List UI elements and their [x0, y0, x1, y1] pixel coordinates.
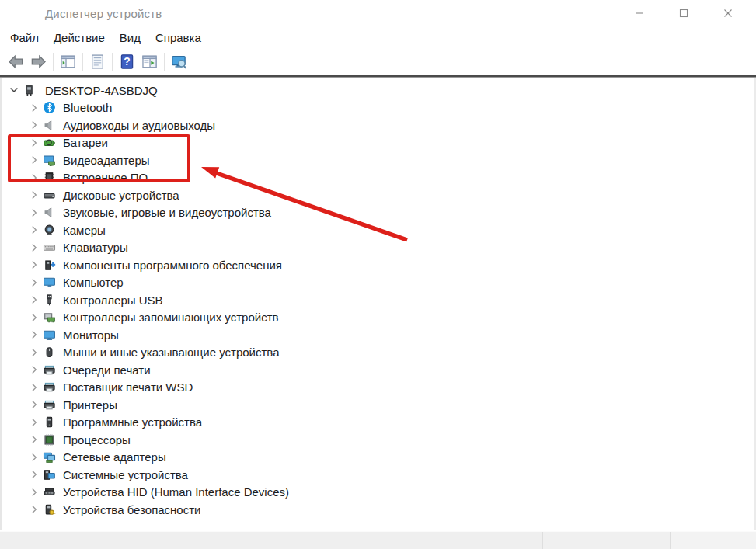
chevron-right-icon[interactable] [28, 259, 40, 271]
menu-view[interactable]: Вид [120, 31, 141, 44]
chevron-right-icon[interactable] [28, 451, 40, 464]
chevron-right-icon[interactable] [28, 154, 40, 166]
tree-item-label: Очереди печати [63, 363, 151, 377]
chevron-right-icon[interactable] [28, 207, 40, 219]
tree-item-monitors[interactable]: Мониторы [2, 326, 754, 344]
tree-item-audio-inputs-outputs[interactable]: Аудиовходы и аудиовыходы [2, 116, 754, 134]
chevron-right-icon[interactable] [28, 276, 40, 289]
action-pane-button[interactable] [139, 51, 160, 73]
tree-item-label: Компоненты программного обеспечения [63, 259, 282, 272]
monitor-icon [43, 328, 56, 342]
firmware-icon [43, 171, 56, 184]
maximize-icon [678, 7, 690, 19]
window-title: Диспетчер устройств [45, 7, 162, 20]
tree-item-display-adapters[interactable]: Видеоадаптеры [2, 151, 754, 169]
back-arrow-icon [8, 54, 24, 70]
show-console-tree-button[interactable] [57, 51, 78, 73]
tree-item-batteries[interactable]: Батареи [2, 134, 754, 152]
tree-item-label: DESKTOP-4ASBDJQ [45, 84, 158, 97]
tree-item-processors[interactable]: Процессоры [2, 431, 754, 449]
tree-item-label: Видеоадаптеры [63, 154, 150, 167]
hid-icon [43, 485, 56, 499]
tree-item-software-components[interactable]: Компоненты программного обеспечения [2, 256, 754, 274]
chevron-right-icon[interactable] [28, 172, 40, 184]
tree-item-desktop-root[interactable]: DESKTOP-4ASBDJQ [2, 82, 754, 99]
forward-button[interactable] [28, 51, 49, 73]
chevron-right-icon[interactable] [28, 311, 40, 324]
tree-item-label: Принтеры [63, 398, 117, 412]
chevron-right-icon[interactable] [28, 102, 40, 114]
chevron-right-icon[interactable] [28, 346, 40, 359]
chevron-right-icon[interactable] [28, 137, 40, 149]
tree-item-bluetooth[interactable]: Bluetooth [2, 99, 754, 117]
tree-item-system-devices[interactable]: Системные устройства [2, 466, 754, 484]
tree-item-label: Компьютер [63, 276, 124, 289]
chevron-right-icon[interactable] [28, 241, 40, 254]
chevron-right-icon[interactable] [28, 486, 40, 499]
chevron-right-icon[interactable] [28, 398, 40, 411]
tree-item-label: Сетевые адаптеры [63, 450, 166, 464]
help-button[interactable]: ? [117, 51, 138, 73]
tree-item-print-queues[interactable]: Очереди печати [2, 361, 754, 379]
maximize-button[interactable] [661, 0, 705, 26]
minimize-button[interactable] [617, 0, 661, 26]
scan-hardware-icon [171, 54, 187, 70]
chevron-right-icon[interactable] [28, 294, 40, 306]
menu-action[interactable]: Действие [54, 31, 105, 44]
back-button[interactable] [5, 51, 26, 73]
tree-item-disk-drives[interactable]: Дисковые устройства [2, 186, 754, 204]
tree-item-storage-controllers[interactable]: Контроллеры запоминающих устройств [2, 309, 754, 327]
printer-icon [43, 398, 56, 412]
tree-item-network-adapters[interactable]: Сетевые адаптеры [2, 449, 754, 467]
tree-item-computer[interactable]: Компьютер [2, 274, 754, 292]
tree-item-label: Контроллеры USB [63, 294, 163, 307]
chevron-right-icon[interactable] [28, 189, 40, 201]
tree-item-mice-pointing-devices[interactable]: Мыши и иные указывающие устройства [2, 344, 754, 362]
bluetooth-icon [43, 101, 56, 114]
tree-item-label: Аудиовходы и аудиовыходы [63, 119, 215, 132]
chevron-right-icon[interactable] [28, 224, 40, 236]
scan-hardware-changes-button[interactable] [169, 51, 190, 73]
menu-file[interactable]: Файл [10, 31, 39, 44]
chevron-right-icon[interactable] [28, 468, 40, 481]
bottom-bar-segment [542, 532, 670, 549]
properties-button[interactable] [87, 51, 108, 73]
toolbar-separator [53, 53, 54, 71]
tree-item-keyboards[interactable]: Клавиатуры [2, 239, 754, 257]
tree-item-sound-game-video[interactable]: Звуковые, игровые и видеоустройства [2, 204, 754, 222]
forward-arrow-icon [30, 54, 47, 70]
tree-item-printers[interactable]: Принтеры [2, 396, 754, 414]
toolbar: ? [0, 48, 756, 75]
chevron-right-icon[interactable] [28, 119, 40, 131]
svg-text:?: ? [124, 56, 130, 68]
chevron-right-icon[interactable] [28, 416, 40, 429]
device-tree: DESKTOP-4ASBDJQBluetoothАудиовходы и ауд… [0, 78, 756, 530]
tree-item-usb-controllers[interactable]: Контроллеры USB [2, 291, 754, 309]
tree-item-security-devices[interactable]: Устройства безопасности [2, 501, 754, 519]
action-pane-icon [141, 54, 158, 70]
tree-item-label: Процессоры [63, 433, 131, 446]
menu-help[interactable]: Справка [155, 31, 201, 44]
display-adapter-icon [43, 154, 56, 167]
chevron-right-icon[interactable] [28, 328, 40, 341]
close-button[interactable] [705, 0, 750, 26]
minimize-icon [633, 7, 646, 19]
keyboard-icon [43, 241, 56, 254]
chevron-right-icon[interactable] [28, 381, 40, 394]
system-device-icon [43, 468, 56, 481]
chevron-right-icon[interactable] [28, 363, 40, 376]
tree-item-cameras[interactable]: Камеры [2, 221, 754, 239]
chevron-right-icon[interactable] [28, 503, 40, 516]
tree-item-wsd-print-provider[interactable]: Поставщик печати WSD [2, 379, 754, 397]
chevron-right-icon[interactable] [28, 433, 40, 446]
bottom-bar-segment [0, 532, 542, 549]
chevron-down-icon[interactable] [8, 84, 20, 96]
close-icon [722, 7, 734, 19]
camera-icon [43, 224, 56, 237]
tree-item-hid-devices[interactable]: Устройства HID (Human Interface Devices) [2, 484, 754, 502]
tree-item-software-devices[interactable]: Программные устройства [2, 414, 754, 432]
tree-item-label: Мониторы [63, 328, 119, 342]
usb-controller-icon [43, 294, 56, 307]
tree-item-firmware[interactable]: Встроенное ПО [2, 169, 754, 187]
tree-item-label: Клавиатуры [63, 241, 128, 254]
